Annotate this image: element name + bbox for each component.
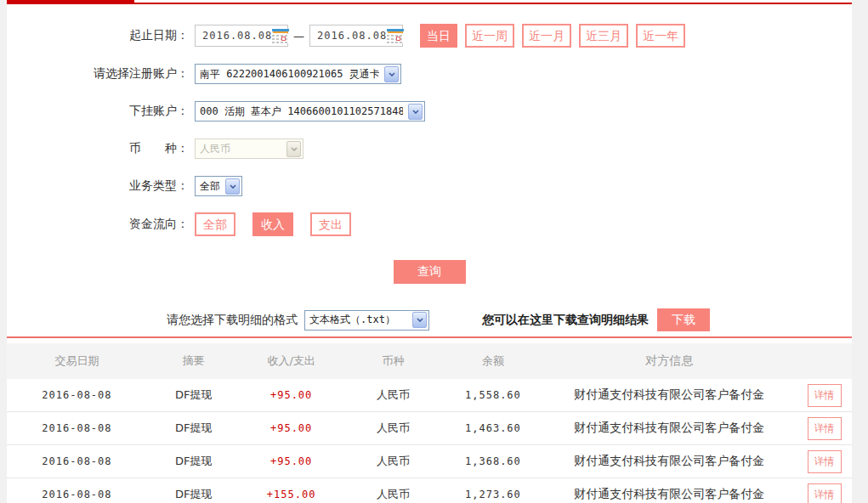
cell-balance: 1,463.60 xyxy=(444,422,542,434)
query-button[interactable]: 查询 xyxy=(394,260,466,284)
cell-currency: 人民币 xyxy=(343,387,445,403)
table-row: 2016-08-08 DF提现 +95.00 人民币 1,368.60 财付通支… xyxy=(7,445,852,478)
right-gutter xyxy=(852,0,868,503)
fund-flow-button[interactable]: 收入 xyxy=(252,212,293,236)
table-header-row: 交易日期 摘要 收入/支出 币种 余额 对方信息 xyxy=(7,343,852,379)
table-row: 2016-08-08 DF提现 +155.00 人民币 1,273.60 财付通… xyxy=(7,478,852,503)
cell-amount: +95.00 xyxy=(241,455,343,467)
cell-balance: 1,368.60 xyxy=(444,455,542,467)
business-type-select[interactable]: 全部 xyxy=(195,176,242,196)
active-tab-indicator xyxy=(7,0,134,4)
cell-date: 2016-08-08 xyxy=(7,455,147,467)
register-account-label: 请选择注册账户： xyxy=(7,66,189,82)
date-quick-button[interactable]: 近一月 xyxy=(522,24,571,48)
detail-button[interactable]: 详情 xyxy=(808,417,842,440)
currency-select: 人民币 xyxy=(195,138,304,159)
download-button[interactable]: 下载 xyxy=(657,308,710,331)
cell-amount: +155.00 xyxy=(241,489,343,500)
cell-date: 2016-08-08 xyxy=(7,389,147,401)
top-bar xyxy=(7,0,852,4)
date-quick-button[interactable]: 当日 xyxy=(420,24,457,48)
sub-account-select[interactable]: 000 活期 基本户 1406600101102571848 xyxy=(195,101,425,122)
business-type-value: 全部 xyxy=(200,179,220,194)
download-format-select[interactable]: 文本格式（.txt） xyxy=(304,310,429,331)
cell-date: 2016-08-08 xyxy=(7,489,147,500)
currency-row: 币 种： 人民币 xyxy=(7,138,852,160)
date-quick-button[interactable]: 近三月 xyxy=(579,24,628,48)
cell-amount: +95.00 xyxy=(241,389,343,401)
column-header-summary: 摘要 xyxy=(147,353,241,369)
register-account-select[interactable]: 南平 6222001406100921065 灵通卡 xyxy=(195,64,401,84)
date-range-row: 起止日期： 2016.08.08 — 2016.08.08 xyxy=(7,24,852,48)
cell-counterparty: 财付通支付科技有限公司客户备付金 xyxy=(542,454,797,469)
start-date-input[interactable]: 2016.08.08 xyxy=(195,25,288,47)
cell-balance: 1,558.60 xyxy=(444,389,542,401)
download-format-value: 文本格式（.txt） xyxy=(309,313,395,327)
business-type-label: 业务类型： xyxy=(7,178,189,194)
cell-date: 2016-08-08 xyxy=(7,422,147,434)
download-format-label: 请您选择下载明细的格式 xyxy=(167,313,298,328)
dropdown-arrow-icon xyxy=(286,141,301,157)
left-gutter xyxy=(0,0,7,503)
cell-counterparty: 财付通支付科技有限公司客户备付金 xyxy=(542,421,797,436)
cell-counterparty: 财付通支付科技有限公司客户备付金 xyxy=(542,387,797,403)
dropdown-arrow-icon xyxy=(412,312,427,328)
transaction-table: 交易日期 摘要 收入/支出 币种 余额 对方信息 2016-08-08 DF提现… xyxy=(7,343,852,503)
column-header-currency: 币种 xyxy=(343,353,445,369)
currency-value: 人民币 xyxy=(200,142,230,156)
cell-summary: DF提现 xyxy=(147,387,241,403)
main-panel: 起止日期： 2016.08.08 — 2016.08.08 xyxy=(7,0,852,503)
date-range-separator: — xyxy=(293,30,304,42)
currency-label: 币 种： xyxy=(7,141,189,156)
start-date-value: 2016.08.08 xyxy=(202,30,272,42)
date-quick-button[interactable]: 近一周 xyxy=(465,24,514,48)
cell-summary: DF提现 xyxy=(147,421,241,436)
column-header-amount: 收入/支出 xyxy=(241,353,343,369)
end-date-input[interactable]: 2016.08.08 xyxy=(309,25,403,47)
cell-summary: DF提现 xyxy=(147,454,241,469)
sub-account-value: 000 活期 基本户 1406600101102571848 xyxy=(200,105,403,119)
dropdown-arrow-icon xyxy=(384,66,399,82)
register-account-row: 请选择注册账户： 南平 6222001406100921065 灵通卡 xyxy=(7,63,852,85)
table-row: 2016-08-08 DF提现 +95.00 人民币 1,463.60 财付通支… xyxy=(7,412,852,445)
cell-currency: 人民币 xyxy=(343,421,445,436)
sub-account-row: 下挂账户： 000 活期 基本户 1406600101102571848 xyxy=(7,100,852,122)
table-top-divider xyxy=(7,336,852,338)
cell-amount: +95.00 xyxy=(241,422,343,434)
detail-button[interactable]: 详情 xyxy=(808,483,842,503)
cell-balance: 1,273.60 xyxy=(444,489,542,500)
detail-button[interactable]: 详情 xyxy=(808,384,842,407)
date-quick-buttons: 当日 近一周 近一月 近三月 近一年 xyxy=(420,24,693,48)
table-body: 2016-08-08 DF提现 +95.00 人民币 1,558.60 财付通支… xyxy=(7,379,852,503)
column-header-date: 交易日期 xyxy=(7,353,147,369)
calendar-icon[interactable] xyxy=(387,29,404,43)
calendar-icon[interactable] xyxy=(272,29,289,43)
fund-flow-row: 资金流向： 全部 收入 支出 xyxy=(7,212,852,236)
download-hint: 您可以在这里下载查询明细结果 xyxy=(482,313,649,328)
column-header-balance: 余额 xyxy=(444,353,542,369)
column-header-counterparty: 对方信息 xyxy=(542,353,797,369)
cell-currency: 人民币 xyxy=(343,487,445,502)
cell-currency: 人民币 xyxy=(343,454,445,469)
download-row: 请您选择下载明细的格式 文本格式（.txt） 您可以在这里下载查询明细结果 下载 xyxy=(7,308,852,331)
date-range-label: 起止日期： xyxy=(7,28,189,43)
dropdown-arrow-icon xyxy=(408,104,423,120)
fund-flow-buttons: 全部 收入 支出 xyxy=(195,212,368,236)
fund-flow-button[interactable]: 支出 xyxy=(310,212,351,236)
fund-flow-label: 资金流向： xyxy=(7,217,189,232)
business-type-row: 业务类型： 全部 xyxy=(7,175,852,197)
date-quick-button[interactable]: 近一年 xyxy=(636,24,685,48)
sub-account-label: 下挂账户： xyxy=(7,104,189,119)
dropdown-arrow-icon xyxy=(225,178,240,195)
query-form: 起止日期： 2016.08.08 — 2016.08.08 xyxy=(7,4,852,236)
end-date-value: 2016.08.08 xyxy=(317,30,387,42)
table-row: 2016-08-08 DF提现 +95.00 人民币 1,558.60 财付通支… xyxy=(7,379,852,412)
fund-flow-button[interactable]: 全部 xyxy=(195,212,235,236)
cell-summary: DF提现 xyxy=(147,487,241,502)
cell-counterparty: 财付通支付科技有限公司客户备付金 xyxy=(542,487,797,502)
register-account-value: 南平 6222001406100921065 灵通卡 xyxy=(200,67,379,82)
detail-button[interactable]: 详情 xyxy=(808,450,842,473)
